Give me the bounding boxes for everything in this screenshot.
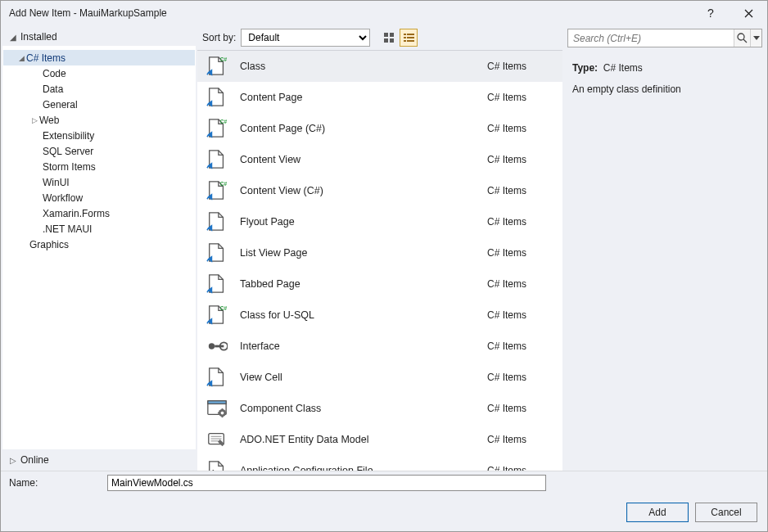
template-name: Interface <box>240 340 487 352</box>
dialog-buttons: Add Cancel <box>1 494 767 531</box>
template-list-pane: Sort by: Default ClassC# ItemsCont <box>197 25 562 471</box>
category-tree: ◢ C# Items Code Data General ▷ Web Exten… <box>2 46 196 449</box>
template-icon <box>206 273 228 295</box>
sort-select[interactable]: Default <box>241 29 370 47</box>
online-label: Online <box>20 454 49 466</box>
window-title: Add New Item - MauiMarkupSample <box>9 7 692 19</box>
template-category: C# Items <box>487 61 554 72</box>
search-options-button[interactable] <box>750 29 761 47</box>
help-button[interactable]: ? <box>692 1 730 25</box>
cancel-button[interactable]: Cancel <box>695 503 757 522</box>
template-item[interactable]: Class for U-SQLC# Items <box>197 300 562 331</box>
template-item[interactable]: ClassC# Items <box>197 51 562 82</box>
chevron-down-icon <box>753 36 760 41</box>
list-icon <box>403 32 415 43</box>
template-icon <box>206 335 228 358</box>
tree-node-workflow[interactable]: Workflow <box>3 190 195 205</box>
template-name: Content Page (C#) <box>240 123 487 134</box>
expand-icon: ◢ <box>9 33 17 42</box>
tree-node-data[interactable]: Data <box>3 81 195 97</box>
template-item[interactable]: Application Configuration FileC# Items <box>197 455 562 471</box>
type-label: Type: <box>572 62 598 74</box>
template-item[interactable]: ADO.NET Entity Data ModelC# Items <box>197 424 562 455</box>
template-category: C# Items <box>487 216 554 228</box>
tree-node-storm-items[interactable]: Storm Items <box>3 159 195 174</box>
search-button[interactable] <box>734 29 750 47</box>
tree-node-graphics[interactable]: Graphics <box>3 237 195 252</box>
template-item[interactable]: View CellC# Items <box>197 362 562 393</box>
name-input[interactable] <box>107 475 546 491</box>
template-icon <box>206 397 228 420</box>
template-category: C# Items <box>487 309 554 321</box>
details-pane: Type: C# Items An empty class definition <box>562 25 767 471</box>
template-icon <box>206 86 228 109</box>
template-category: C# Items <box>487 247 554 259</box>
template-icon <box>206 304 228 327</box>
tree-node-extensibility[interactable]: Extensibility <box>3 128 195 143</box>
close-button[interactable] <box>730 1 767 25</box>
sort-toolbar: Sort by: Default <box>197 25 562 50</box>
template-category: C# Items <box>487 434 554 445</box>
tree-node-winui[interactable]: WinUI <box>3 174 195 190</box>
category-tree-pane: ◢ Installed ◢ C# Items Code Data General… <box>1 25 197 471</box>
expand-icon: ▷ <box>29 116 39 124</box>
template-item[interactable]: Component ClassC# Items <box>197 393 562 424</box>
template-item[interactable]: Content PageC# Items <box>197 82 562 113</box>
template-item[interactable]: Content ViewC# Items <box>197 144 562 175</box>
template-name: Content View <box>240 154 487 165</box>
expand-icon: ▷ <box>9 456 17 465</box>
template-icon <box>206 459 228 471</box>
template-name: View Cell <box>240 372 487 383</box>
template-icon <box>206 55 228 78</box>
grid-icon <box>383 32 395 43</box>
template-name: Application Configuration File <box>240 465 487 471</box>
template-name: Content View (C#) <box>240 185 487 196</box>
tree-node-sql-server[interactable]: SQL Server <box>3 143 195 159</box>
view-list-button[interactable] <box>400 29 418 47</box>
template-item[interactable]: Content Page (C#)C# Items <box>197 113 562 144</box>
template-category: C# Items <box>487 372 554 383</box>
tree-node-dotnet-maui[interactable]: .NET MAUI <box>3 221 195 237</box>
template-item[interactable]: Flyout PageC# Items <box>197 206 562 237</box>
expand-icon: ◢ <box>16 54 26 62</box>
installed-header[interactable]: ◢ Installed <box>1 25 197 46</box>
template-category: C# Items <box>487 278 554 290</box>
template-item[interactable]: Content View (C#)C# Items <box>197 175 562 206</box>
template-icon <box>206 117 228 140</box>
template-icon <box>206 210 228 233</box>
template-item[interactable]: Tabbed PageC# Items <box>197 268 562 300</box>
type-value: C# Items <box>603 62 643 74</box>
tree-node-csharp-items[interactable]: ◢ C# Items <box>3 50 195 65</box>
close-icon <box>744 9 753 18</box>
template-list[interactable]: ClassC# ItemsContent PageC# ItemsContent… <box>197 50 562 471</box>
tree-node-general[interactable]: General <box>3 97 195 112</box>
template-category: C# Items <box>487 92 554 103</box>
template-details: Type: C# Items An empty class definition <box>567 47 762 100</box>
template-name: Tabbed Page <box>240 278 487 290</box>
sort-label: Sort by: <box>202 32 236 43</box>
template-name: Component Class <box>240 403 487 414</box>
tree-node-web[interactable]: ▷ Web <box>3 112 195 128</box>
template-icon <box>206 428 228 451</box>
name-label: Name: <box>9 477 99 489</box>
template-category: C# Items <box>487 465 554 471</box>
add-new-item-dialog: Add New Item - MauiMarkupSample ? ◢ Inst… <box>0 0 768 532</box>
online-header[interactable]: ▷ Online <box>1 449 197 471</box>
installed-label: Installed <box>20 31 57 43</box>
template-icon <box>206 179 228 202</box>
template-category: C# Items <box>487 123 554 134</box>
template-category: C# Items <box>487 154 554 165</box>
tree-node-xamarin-forms[interactable]: Xamarin.Forms <box>3 205 195 221</box>
titlebar: Add New Item - MauiMarkupSample ? <box>1 1 767 25</box>
search-icon <box>737 33 748 43</box>
template-item[interactable]: InterfaceC# Items <box>197 331 562 362</box>
template-category: C# Items <box>487 185 554 196</box>
name-row: Name: <box>1 471 767 494</box>
tree-node-code[interactable]: Code <box>3 65 195 81</box>
view-grid-button[interactable] <box>380 29 398 47</box>
template-name: List View Page <box>240 247 487 259</box>
template-item[interactable]: List View PageC# Items <box>197 237 562 268</box>
template-name: Class <box>240 61 487 72</box>
template-category: C# Items <box>487 403 554 414</box>
add-button[interactable]: Add <box>626 503 689 522</box>
